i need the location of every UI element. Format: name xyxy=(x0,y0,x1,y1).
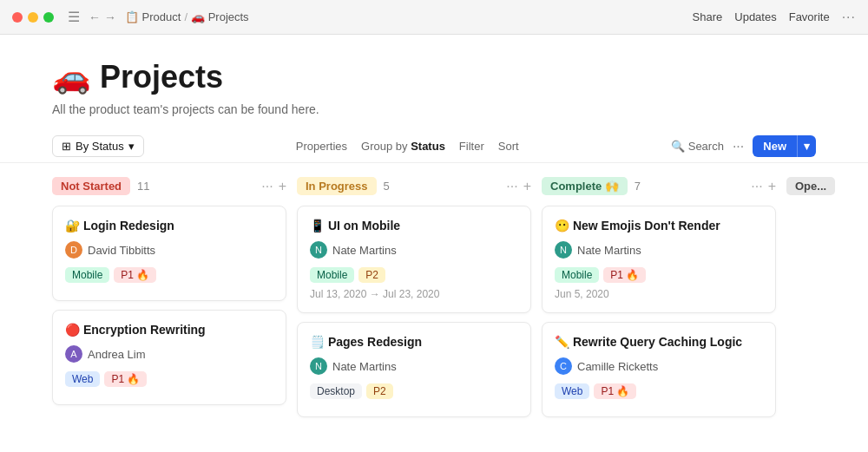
card-assignee-not-started-1: AAndrea Lim xyxy=(65,345,273,363)
column-count-complete: 7 xyxy=(635,180,641,193)
more-button[interactable]: ··· xyxy=(842,10,856,25)
card-complete-1[interactable]: ✏️ Rewrite Query Caching LogicCCamille R… xyxy=(542,322,776,417)
page-title-text: Projects xyxy=(100,59,223,95)
minimize-button[interactable] xyxy=(28,12,38,23)
column-not-started: Not Started11···+🔐 Login RedesignDDavid … xyxy=(52,177,286,452)
group-by-label: Group by Status xyxy=(361,140,445,153)
card-tags-in-progress-0: MobileP2 xyxy=(310,267,518,283)
tag: P2 xyxy=(366,383,393,399)
new-button-label: New xyxy=(753,135,797,157)
sort-button[interactable]: Sort xyxy=(498,140,519,153)
assignee-name: Camille Ricketts xyxy=(577,360,658,373)
column-open: Ope...···+ xyxy=(786,177,868,452)
status-badge-not-started: Not Started xyxy=(52,177,130,195)
breadcrumb-projects[interactable]: 🚗 Projects xyxy=(191,10,249,23)
board: Not Started11···+🔐 Login RedesignDDavid … xyxy=(0,177,868,452)
card-title-not-started-1: 🔴 Encryption Rewriting xyxy=(65,323,273,337)
card-assignee-complete-0: NNate Martins xyxy=(555,241,763,259)
column-actions-in-progress: ···+ xyxy=(506,179,531,194)
column-add-in-progress[interactable]: + xyxy=(523,179,531,194)
maximize-button[interactable] xyxy=(43,12,54,23)
by-status-grid-icon: ⊞ xyxy=(62,140,71,153)
avatar: N xyxy=(310,357,327,375)
close-button[interactable] xyxy=(12,12,23,23)
new-button[interactable]: New ▾ xyxy=(753,135,816,157)
column-actions-not-started: ···+ xyxy=(261,179,286,194)
avatar: N xyxy=(310,241,327,259)
traffic-lights xyxy=(12,12,54,23)
tag: Mobile xyxy=(310,267,354,283)
forward-button[interactable]: → xyxy=(104,10,116,24)
status-badge-complete: Complete 🙌 xyxy=(542,177,628,195)
page-emoji: 🚗 xyxy=(52,59,91,95)
column-add-not-started[interactable]: + xyxy=(279,179,286,194)
column-count-in-progress: 5 xyxy=(384,180,390,193)
card-tags-not-started-0: MobileP1 🔥 xyxy=(65,267,273,283)
nav-arrows: ← → xyxy=(89,10,116,24)
status-badge-in-progress: In Progress xyxy=(297,177,377,195)
column-header-open: Ope...···+ xyxy=(786,177,868,195)
by-status-button[interactable]: ⊞ By Status ▾ xyxy=(52,135,144,157)
tag: P1 🔥 xyxy=(603,267,646,283)
breadcrumb: 📋 Product / 🚗 Projects xyxy=(125,10,249,23)
card-tags-not-started-1: WebP1 🔥 xyxy=(65,371,273,387)
card-assignee-in-progress-0: NNate Martins xyxy=(310,241,518,259)
tag: Mobile xyxy=(65,267,109,283)
card-assignee-in-progress-1: NNate Martins xyxy=(310,357,518,375)
share-button[interactable]: Share xyxy=(693,10,723,23)
card-title-not-started-0: 🔐 Login Redesign xyxy=(65,219,273,233)
avatar: C xyxy=(555,357,572,375)
tag: Mobile xyxy=(555,267,599,283)
column-add-complete[interactable]: + xyxy=(768,179,776,194)
page-subtitle: All the product team's projects can be f… xyxy=(52,102,816,116)
hamburger-icon[interactable]: ☰ xyxy=(68,9,80,25)
search-icon: 🔍 xyxy=(671,140,685,153)
assignee-name: Nate Martins xyxy=(332,360,397,373)
card-in-progress-1[interactable]: 🗒️ Pages RedesignNNate MartinsDesktopP2 xyxy=(297,322,531,417)
card-complete-0[interactable]: 😶 New Emojis Don't RenderNNate MartinsMo… xyxy=(542,206,776,313)
column-dots-complete[interactable]: ··· xyxy=(751,179,762,194)
column-dots-not-started[interactable]: ··· xyxy=(261,179,273,194)
column-dots-in-progress[interactable]: ··· xyxy=(506,179,517,194)
tag: Desktop xyxy=(310,383,362,399)
breadcrumb-product[interactable]: 📋 Product xyxy=(125,10,181,23)
card-title-in-progress-0: 📱 UI on Mobile xyxy=(310,219,518,233)
column-count-not-started: 11 xyxy=(137,180,149,193)
card-date: Jun 5, 2020 xyxy=(555,288,763,300)
tag: P1 🔥 xyxy=(594,383,636,399)
updates-button[interactable]: Updates xyxy=(734,10,776,23)
toolbar-center: Properties Group by Status Filter Sort xyxy=(149,140,666,153)
assignee-name: David Tibbitts xyxy=(88,244,155,257)
card-tags-complete-0: MobileP1 🔥 xyxy=(555,267,763,283)
search-area[interactable]: 🔍 Search xyxy=(671,140,724,153)
tag: P1 🔥 xyxy=(104,371,147,387)
tag: Web xyxy=(65,371,100,387)
column-header-complete: Complete 🙌7···+ xyxy=(542,177,776,195)
assignee-name: Nate Martins xyxy=(577,244,641,257)
favorite-button[interactable]: Favorite xyxy=(789,10,830,23)
card-date: Jul 13, 2020 → Jul 23, 2020 xyxy=(310,288,518,300)
card-title-complete-0: 😶 New Emojis Don't Render xyxy=(555,219,763,233)
properties-button[interactable]: Properties xyxy=(296,140,347,153)
card-assignee-not-started-0: DDavid Tibbitts xyxy=(65,241,273,259)
title-bar-right: Share Updates Favorite ··· xyxy=(693,10,856,25)
card-not-started-1[interactable]: 🔴 Encryption RewritingAAndrea LimWebP1 🔥 xyxy=(52,310,286,405)
by-status-chevron: ▾ xyxy=(128,140,135,153)
card-tags-complete-1: WebP1 🔥 xyxy=(555,383,763,399)
card-in-progress-0[interactable]: 📱 UI on MobileNNate MartinsMobileP2Jul 1… xyxy=(297,206,531,313)
page-title: 🚗 Projects xyxy=(52,59,816,95)
toolbar-more-button[interactable]: ··· xyxy=(733,139,744,154)
card-assignee-complete-1: CCamille Ricketts xyxy=(555,357,763,375)
column-header-in-progress: In Progress5···+ xyxy=(297,177,531,195)
avatar: A xyxy=(65,345,82,363)
card-title-in-progress-1: 🗒️ Pages Redesign xyxy=(310,335,518,349)
toolbar-right: 🔍 Search ··· New ▾ xyxy=(671,135,816,157)
filter-button[interactable]: Filter xyxy=(459,140,484,153)
title-bar: ☰ ← → 📋 Product / 🚗 Projects Share Updat… xyxy=(0,0,868,35)
card-tags-in-progress-1: DesktopP2 xyxy=(310,383,518,399)
back-button[interactable]: ← xyxy=(89,10,101,24)
tag: P2 xyxy=(358,267,385,283)
avatar: N xyxy=(555,241,572,259)
card-not-started-0[interactable]: 🔐 Login RedesignDDavid TibbittsMobileP1 … xyxy=(52,206,286,301)
toolbar: ⊞ By Status ▾ Properties Group by Status… xyxy=(0,130,868,163)
